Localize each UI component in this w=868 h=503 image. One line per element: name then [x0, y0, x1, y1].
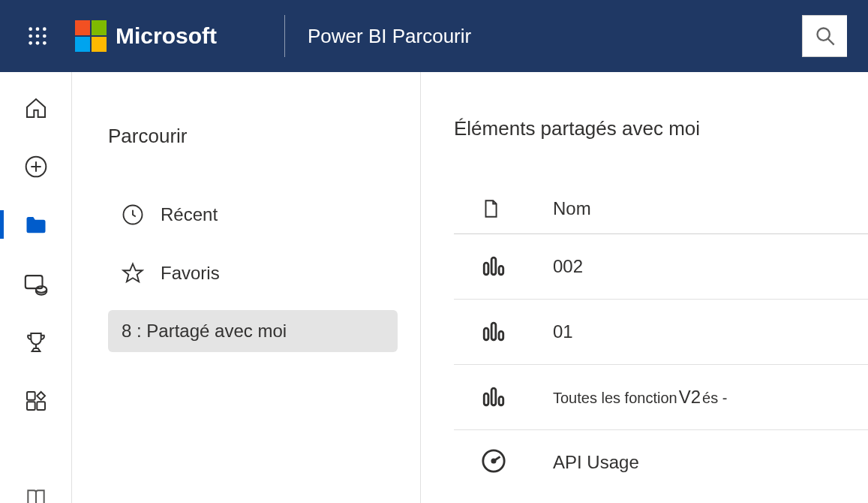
nav-apps[interactable] [0, 389, 71, 413]
nav-rail [0, 72, 72, 503]
svg-point-7 [36, 41, 40, 45]
star-icon [122, 262, 144, 285]
home-icon [24, 96, 48, 120]
nav-create[interactable] [0, 155, 71, 179]
main-content: Éléments partagés avec moi Nom 002 [421, 72, 868, 503]
row-name: 002 [553, 256, 583, 277]
folder-icon [24, 213, 48, 236]
svg-line-10 [827, 39, 833, 45]
book-icon [24, 486, 48, 503]
nav-metrics[interactable] [0, 330, 71, 354]
column-header-name[interactable]: Nom [553, 198, 591, 219]
bar-chart-icon [481, 252, 506, 278]
svg-point-1 [36, 27, 40, 31]
svg-rect-29 [499, 396, 503, 405]
table-row[interactable]: Toutes les fonctionV2és - [454, 365, 868, 430]
svg-point-6 [29, 41, 32, 45]
svg-point-0 [29, 27, 32, 31]
row-name: Toutes les fonctionV2és - [553, 387, 727, 408]
nav-data-hub[interactable] [0, 270, 71, 296]
data-hub-icon [23, 270, 49, 296]
svg-rect-17 [27, 392, 35, 400]
app-title: Power BI Parcourir [308, 25, 471, 48]
subnav-item-favorites[interactable]: Favoris [108, 252, 398, 295]
column-header-type[interactable] [481, 197, 553, 220]
subnav-item-label: Récent [161, 204, 218, 225]
nav-home[interactable] [0, 96, 71, 120]
apps-icon [24, 389, 48, 413]
bar-chart-icon [481, 383, 506, 408]
svg-rect-18 [27, 402, 35, 410]
svg-point-9 [817, 29, 829, 41]
subnav-item-recent[interactable]: Récent [108, 193, 398, 236]
file-icon [481, 197, 500, 220]
svg-point-4 [36, 35, 40, 38]
svg-point-3 [29, 35, 32, 38]
svg-rect-24 [484, 328, 488, 340]
svg-point-31 [492, 459, 495, 462]
nav-browse[interactable] [0, 213, 71, 236]
microsoft-logo-icon [75, 20, 107, 52]
svg-rect-22 [491, 258, 496, 275]
search-icon [815, 26, 836, 47]
svg-rect-23 [499, 266, 503, 274]
table-row[interactable]: 002 [454, 234, 868, 300]
table-header: Nom [454, 185, 868, 234]
search-input[interactable] [802, 15, 847, 57]
top-bar: Microsoft Power BI Parcourir [0, 0, 868, 72]
svg-point-8 [43, 41, 47, 45]
svg-point-5 [43, 35, 47, 38]
row-name: 01 [553, 321, 573, 342]
svg-rect-25 [491, 323, 496, 340]
svg-rect-27 [484, 393, 488, 405]
header-divider [284, 15, 285, 57]
trophy-icon [24, 330, 48, 354]
svg-rect-26 [499, 331, 503, 339]
nav-learn[interactable] [0, 486, 71, 503]
subnav-item-label: Favoris [161, 263, 220, 284]
page-title: Éléments partagés avec moi [454, 117, 868, 140]
subnav-panel: Parcourir Récent Favoris 8 : Partagé ave… [72, 72, 421, 503]
waffle-icon [27, 26, 48, 47]
clock-icon [122, 203, 144, 226]
svg-point-2 [43, 27, 47, 31]
subnav-item-label: 8 : Partagé avec moi [122, 321, 287, 342]
brand-text: Microsoft [116, 23, 217, 49]
plus-circle-icon [24, 155, 48, 179]
svg-rect-28 [491, 388, 496, 405]
bar-chart-icon [481, 318, 506, 343]
svg-rect-19 [37, 402, 45, 410]
app-launcher-button[interactable] [0, 0, 75, 72]
subnav-item-shared[interactable]: 8 : Partagé avec moi [108, 310, 398, 352]
table-row[interactable]: API Usage [454, 430, 868, 495]
gauge-icon [481, 448, 506, 474]
subnav-title: Parcourir [108, 125, 398, 148]
row-name: API Usage [553, 452, 639, 473]
svg-rect-21 [484, 263, 488, 275]
table-row[interactable]: 01 [454, 300, 868, 365]
microsoft-logo[interactable]: Microsoft [75, 20, 217, 52]
